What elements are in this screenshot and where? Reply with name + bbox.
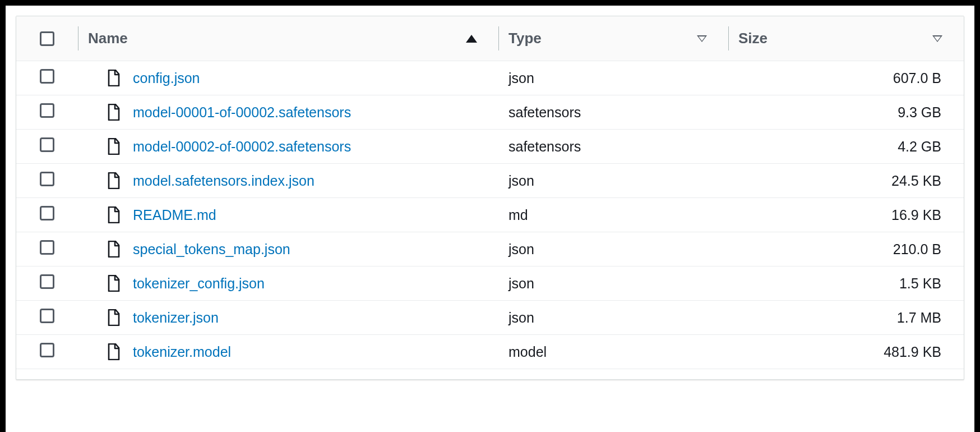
row-select-cell (16, 232, 78, 266)
row-name-cell: model.safetensors.index.json (78, 164, 498, 198)
file-icon (107, 275, 121, 292)
row-checkbox[interactable] (40, 137, 54, 152)
file-icon (107, 104, 121, 121)
filter-icon (932, 35, 942, 42)
file-icon (107, 206, 121, 223)
table-row: README.mdmd16.9 KB (16, 198, 964, 232)
table-row: model-00002-of-00002.safetensorssafetens… (16, 130, 964, 164)
row-size-cell: 24.5 KB (728, 164, 964, 198)
file-link[interactable]: special_tokens_map.json (133, 241, 290, 258)
file-link[interactable]: tokenizer.model (133, 344, 231, 360)
select-all-checkbox[interactable] (40, 31, 54, 46)
row-type-cell: json (498, 164, 728, 198)
sort-ascending-icon (466, 35, 477, 43)
row-select-cell (16, 266, 78, 301)
row-size-cell: 9.3 GB (728, 95, 964, 130)
row-type-cell: json (498, 61, 728, 95)
row-select-cell (16, 164, 78, 198)
row-type-cell: json (498, 301, 728, 335)
row-type-cell: json (498, 266, 728, 301)
file-link[interactable]: tokenizer_config.json (133, 275, 265, 292)
row-size-cell: 1.5 KB (728, 266, 964, 301)
file-icon (107, 70, 121, 86)
table-row: model-00001-of-00002.safetensorssafetens… (16, 95, 964, 130)
row-type-cell: safetensors (498, 95, 728, 130)
row-size-cell: 481.9 KB (728, 335, 964, 369)
file-icon (107, 241, 121, 258)
table-row: tokenizer.jsonjson1.7 MB (16, 301, 964, 335)
file-icon (107, 172, 121, 189)
row-name-cell: model-00001-of-00002.safetensors (78, 95, 498, 130)
column-header-size-label: Size (738, 30, 768, 47)
row-type-cell: md (498, 198, 728, 232)
row-select-cell (16, 95, 78, 130)
row-type-cell: model (498, 335, 728, 369)
file-icon (107, 138, 121, 155)
file-table-panel: Name Type Size (16, 16, 964, 380)
filter-icon (697, 35, 707, 42)
row-size-cell: 210.0 B (728, 232, 964, 266)
row-size-cell: 1.7 MB (728, 301, 964, 335)
table-row: model.safetensors.index.jsonjson24.5 KB (16, 164, 964, 198)
row-checkbox[interactable] (40, 206, 54, 220)
file-link[interactable]: tokenizer.json (133, 310, 219, 326)
row-size-cell: 607.0 B (728, 61, 964, 95)
row-name-cell: config.json (78, 61, 498, 95)
row-select-cell (16, 301, 78, 335)
file-icon (107, 309, 121, 326)
row-size-cell: 16.9 KB (728, 198, 964, 232)
column-header-size[interactable]: Size (728, 16, 964, 61)
file-link[interactable]: README.md (133, 207, 216, 223)
row-type-cell: json (498, 232, 728, 266)
table-row: tokenizer_config.jsonjson1.5 KB (16, 266, 964, 301)
row-checkbox[interactable] (40, 103, 54, 118)
row-name-cell: special_tokens_map.json (78, 232, 498, 266)
row-type-cell: safetensors (498, 130, 728, 164)
spacer-row (16, 369, 964, 379)
table-row: tokenizer.modelmodel481.9 KB (16, 335, 964, 369)
window-frame: Name Type Size (0, 0, 980, 432)
file-link[interactable]: model-00001-of-00002.safetensors (133, 104, 351, 121)
table-row: config.jsonjson607.0 B (16, 61, 964, 95)
row-checkbox[interactable] (40, 309, 54, 323)
table-row: special_tokens_map.jsonjson210.0 B (16, 232, 964, 266)
column-header-name-label: Name (88, 30, 128, 47)
file-link[interactable]: model-00002-of-00002.safetensors (133, 139, 351, 155)
row-size-cell: 4.2 GB (728, 130, 964, 164)
row-checkbox[interactable] (40, 172, 54, 186)
row-checkbox[interactable] (40, 343, 54, 357)
row-name-cell: model-00002-of-00002.safetensors (78, 130, 498, 164)
row-name-cell: README.md (78, 198, 498, 232)
row-name-cell: tokenizer_config.json (78, 266, 498, 301)
file-icon (107, 343, 121, 360)
row-select-cell (16, 130, 78, 164)
column-header-type[interactable]: Type (498, 16, 728, 61)
row-name-cell: tokenizer.json (78, 301, 498, 335)
row-checkbox[interactable] (40, 240, 54, 255)
file-link[interactable]: model.safetensors.index.json (133, 173, 315, 189)
column-header-type-label: Type (509, 30, 542, 47)
file-table: Name Type Size (16, 16, 964, 379)
column-divider (498, 26, 499, 50)
column-divider (78, 26, 78, 50)
row-checkbox[interactable] (40, 274, 54, 289)
column-header-name[interactable]: Name (78, 16, 498, 61)
row-select-cell (16, 61, 78, 95)
column-header-select (16, 16, 78, 61)
row-select-cell (16, 198, 78, 232)
row-checkbox[interactable] (40, 69, 54, 84)
row-name-cell: tokenizer.model (78, 335, 498, 369)
file-link[interactable]: config.json (133, 70, 200, 86)
column-divider (728, 26, 729, 50)
row-select-cell (16, 335, 78, 369)
table-header-row: Name Type Size (16, 16, 964, 61)
